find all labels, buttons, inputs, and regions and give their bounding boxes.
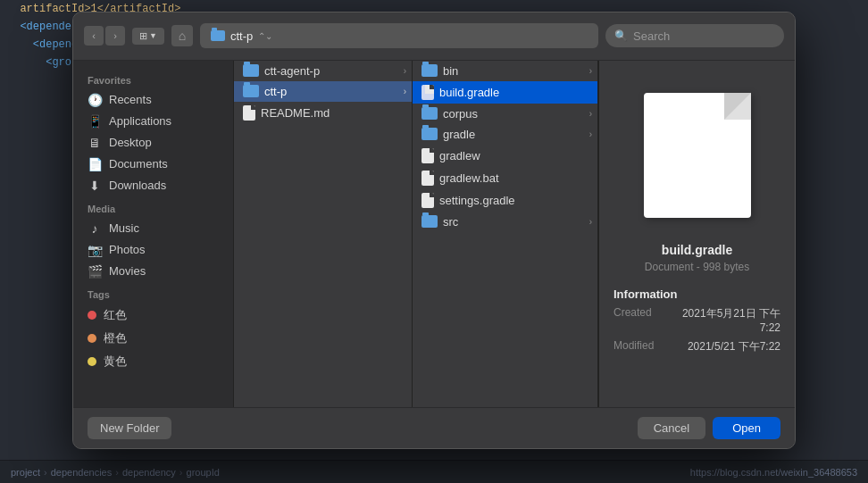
- orange-tag-dot: [88, 334, 96, 343]
- breadcrumb-dependencies: dependencies: [51, 467, 113, 478]
- sidebar-item-label: Desktop: [109, 136, 152, 149]
- dialog-btn-group: Cancel Open: [638, 417, 780, 439]
- file-item-gradlew-bat[interactable]: gradlew.bat: [413, 167, 597, 189]
- path-bar[interactable]: ctt-p ⌃⌄: [200, 23, 598, 48]
- sidebar-item-label: Recents: [109, 93, 152, 106]
- folder-icon: [421, 64, 438, 77]
- view-toggle-button[interactable]: ⊞ ▼: [132, 28, 164, 45]
- sidebar-item-documents[interactable]: 📄 Documents: [73, 154, 233, 175]
- toolbar: ‹ › ⊞ ▼ ⌂ ctt-p ⌃⌄ 🔍 Search: [73, 12, 795, 61]
- back-button[interactable]: ‹: [84, 26, 104, 46]
- folder-icon: [421, 107, 438, 120]
- file-item-readme[interactable]: README.md: [234, 102, 412, 124]
- sidebar-item-label: Downloads: [109, 179, 166, 192]
- sidebar-item-tag-yellow[interactable]: 黄色: [73, 350, 233, 373]
- view-icon: ⊞: [139, 30, 147, 42]
- cancel-button[interactable]: Cancel: [638, 417, 705, 439]
- yellow-tag-dot: [88, 357, 96, 366]
- created-value: 2021年5月21日 下午7:22: [664, 306, 780, 334]
- file-columns: ctt-agent-p › ctt-p › README.md: [234, 61, 795, 407]
- file-item-label: gradlew: [439, 149, 480, 162]
- forward-button[interactable]: ›: [105, 26, 125, 46]
- file-item-build-gradle[interactable]: build.gradle: [413, 81, 597, 104]
- chevron-right-icon: ›: [589, 66, 592, 76]
- sidebar-item-tag-red[interactable]: 红色: [73, 304, 233, 327]
- location-button[interactable]: ⌂: [171, 25, 193, 46]
- chevron-right-icon: ›: [589, 217, 592, 227]
- music-icon: ♪: [88, 221, 102, 236]
- file-item-label: README.md: [261, 106, 330, 120]
- file-item-label: build.gradle: [439, 86, 499, 99]
- file-item-ctt-p[interactable]: ctt-p ›: [234, 81, 412, 102]
- nav-group: ‹ ›: [84, 26, 125, 46]
- movies-icon: 🎬: [88, 264, 102, 279]
- file-item-label: ctt-p: [264, 85, 287, 98]
- file-item-label: corpus: [443, 107, 478, 121]
- created-label: Created: [613, 306, 652, 334]
- dialog-overlay: ‹ › ⊞ ▼ ⌂ ctt-p ⌃⌄ 🔍 Search: [0, 0, 868, 460]
- sidebar-item-downloads[interactable]: ⬇ Downloads: [73, 175, 233, 196]
- sidebar-item-desktop[interactable]: 🖥 Desktop: [73, 132, 233, 154]
- sidebar-item-label: 黄色: [104, 354, 127, 370]
- view-chevron: ▼: [149, 31, 157, 40]
- file-item-bin[interactable]: bin ›: [413, 61, 597, 81]
- preview-info-created: Created 2021年5月21日 下午7:22: [613, 306, 780, 334]
- sidebar-item-label: Photos: [109, 243, 145, 256]
- red-tag-dot: [88, 311, 96, 320]
- new-folder-button[interactable]: New Folder: [88, 417, 171, 439]
- file-item-ctt-agent-p[interactable]: ctt-agent-p ›: [234, 61, 412, 81]
- sidebar-item-music[interactable]: ♪ Music: [73, 218, 233, 239]
- chevron-right-icon: ›: [404, 66, 406, 76]
- file-item-settings-gradle[interactable]: settings.gradle: [413, 189, 597, 212]
- file-item-corpus[interactable]: corpus ›: [413, 104, 597, 124]
- preview-info-title: Information: [613, 287, 678, 301]
- breadcrumb-groupid: groupId: [187, 467, 220, 478]
- breadcrumb-dependency: dependency: [122, 467, 176, 478]
- file-item-label: gradle: [443, 128, 475, 141]
- sidebar-item-recents[interactable]: 🕐 Recents: [73, 89, 233, 111]
- main-content: Favorites 🕐 Recents 📱 Applications 🖥 Des…: [73, 61, 795, 407]
- search-icon: 🔍: [614, 29, 628, 42]
- breadcrumb: project › dependencies › dependency › gr…: [11, 467, 220, 478]
- breadcrumb-project: project: [11, 467, 40, 478]
- file-doc-icon: [421, 85, 434, 100]
- file-item-label: settings.gradle: [439, 194, 515, 207]
- folder-icon: [243, 64, 259, 77]
- media-title: Media: [73, 196, 233, 218]
- chevron-right-icon: ›: [589, 109, 592, 119]
- sidebar-item-label: 红色: [104, 307, 127, 323]
- photos-icon: 📷: [88, 243, 102, 257]
- preview-meta: Document - 998 bytes: [645, 261, 749, 273]
- sidebar-item-label: Movies: [109, 264, 146, 278]
- file-item-label: bin: [443, 64, 458, 78]
- downloads-icon: ⬇: [88, 179, 102, 193]
- sidebar-item-label: Applications: [109, 114, 171, 128]
- file-item-gradlew[interactable]: gradlew: [413, 145, 597, 167]
- search-box[interactable]: 🔍 Search: [605, 24, 784, 47]
- recents-icon: 🕐: [88, 93, 102, 107]
- file-column-1: ctt-agent-p › ctt-p › README.md: [234, 61, 413, 407]
- dialog-footer: New Folder Cancel Open: [73, 407, 795, 448]
- sidebar-item-tag-orange[interactable]: 橙色: [73, 327, 233, 350]
- file-item-label: src: [443, 215, 458, 229]
- file-picker-dialog: ‹ › ⊞ ▼ ⌂ ctt-p ⌃⌄ 🔍 Search: [72, 12, 796, 449]
- path-name: ctt-p: [230, 29, 253, 43]
- open-button[interactable]: Open: [713, 417, 780, 439]
- search-placeholder: Search: [633, 29, 670, 43]
- file-item-gradle[interactable]: gradle ›: [413, 124, 597, 145]
- chevron-right-icon: ›: [404, 87, 406, 96]
- desktop-icon: 🖥: [88, 136, 102, 150]
- file-item-label: gradlew.bat: [439, 171, 499, 185]
- sidebar-item-applications[interactable]: 📱 Applications: [73, 111, 233, 132]
- file-doc-icon: [421, 148, 434, 163]
- sidebar-item-label: 橙色: [104, 330, 127, 346]
- chevron-right-icon: ›: [589, 129, 592, 139]
- tags-title: Tags: [73, 282, 233, 304]
- file-item-src[interactable]: src ›: [413, 212, 597, 232]
- sidebar-item-movies[interactable]: 🎬 Movies: [73, 261, 233, 282]
- folder-icon: [243, 85, 259, 97]
- path-folder-icon: [211, 30, 225, 41]
- documents-icon: 📄: [88, 157, 102, 171]
- file-column-2: bin › build.gradle corpus › gradle: [413, 61, 598, 407]
- sidebar-item-photos[interactable]: 📷 Photos: [73, 239, 233, 261]
